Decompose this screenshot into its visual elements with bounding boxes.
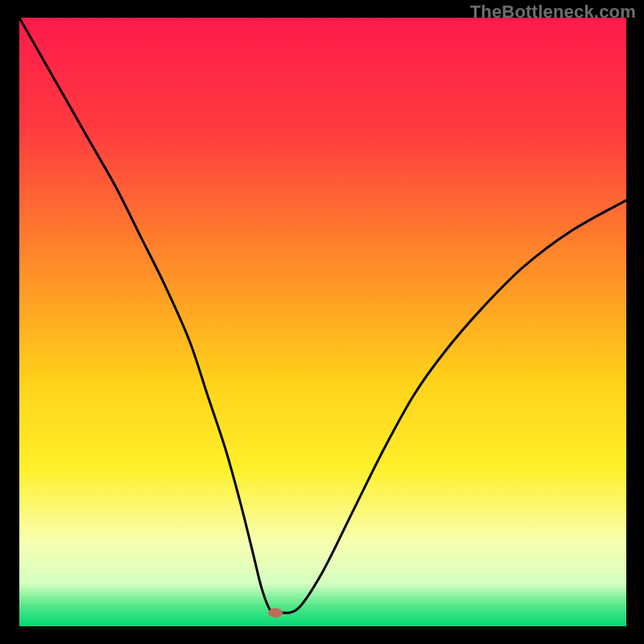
min-marker	[268, 608, 283, 617]
plot-area	[19, 18, 626, 626]
chart-svg	[19, 18, 626, 626]
chart-frame: TheBottleneck.com	[0, 0, 644, 644]
gradient-background	[19, 18, 626, 626]
watermark-text: TheBottleneck.com	[470, 2, 636, 23]
